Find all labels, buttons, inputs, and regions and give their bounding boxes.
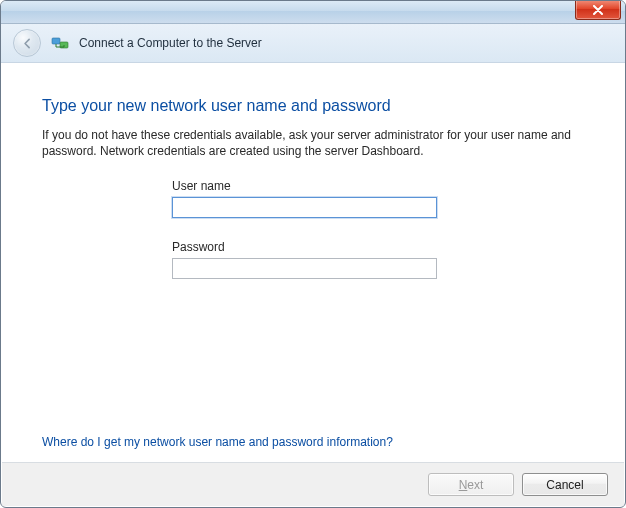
username-label: User name [172,179,584,193]
wizard-footer: Next Cancel [2,462,624,506]
credentials-form: User name Password [172,179,584,279]
next-button-rest: ext [467,478,483,492]
wizard-header: Connect a Computer to the Server [1,24,625,63]
close-icon [592,5,604,15]
server-connect-icon [51,34,69,52]
next-button[interactable]: Next [428,473,514,496]
titlebar [1,1,625,24]
wizard-window: Connect a Computer to the Server Type yo… [0,0,626,508]
username-input[interactable] [172,197,437,218]
password-label: Password [172,240,584,254]
svg-rect-0 [52,38,60,44]
page-description: If you do not have these credentials ava… [42,127,582,159]
password-input[interactable] [172,258,437,279]
wizard-title: Connect a Computer to the Server [79,36,262,50]
page-heading: Type your new network user name and pass… [42,97,584,115]
help-link[interactable]: Where do I get my network user name and … [42,435,393,449]
cancel-button[interactable]: Cancel [522,473,608,496]
wizard-content: Type your new network user name and pass… [2,63,624,461]
back-arrow-icon [21,37,34,50]
close-button[interactable] [575,0,621,20]
back-button[interactable] [13,29,41,57]
